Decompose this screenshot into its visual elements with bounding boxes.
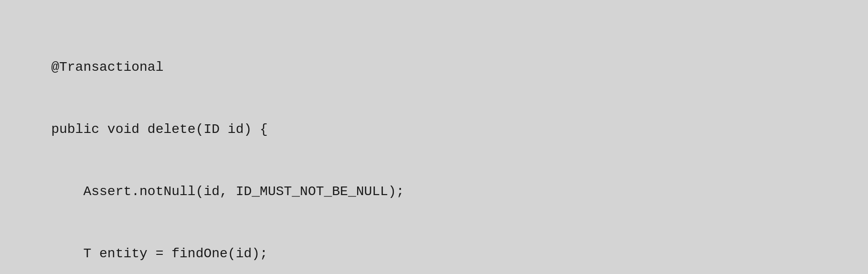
- code-line-1: @Transactional: [19, 57, 849, 77]
- code-block-container: @Transactional public void delete(ID id)…: [0, 0, 868, 274]
- code-line-3: Assert.notNull(id, ID_MUST_NOT_BE_NULL);: [19, 181, 849, 202]
- code-line-2: public void delete(ID id) {: [19, 119, 849, 140]
- code-line-4: T entity = findOne(id);: [19, 243, 849, 264]
